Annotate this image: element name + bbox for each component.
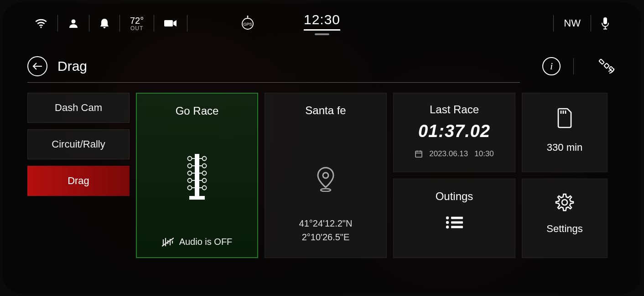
svg-point-18 (188, 164, 192, 168)
audio-off-icon (162, 237, 174, 247)
sidebar-item-circuit[interactable]: Circuit/Rally (27, 129, 130, 159)
svg-point-20 (188, 171, 192, 175)
svg-rect-15 (189, 196, 205, 200)
user-icon[interactable] (58, 13, 89, 33)
svg-rect-7 (603, 17, 607, 24)
calendar-icon (415, 150, 423, 158)
svg-point-57 (562, 200, 567, 205)
page-title: Drag (57, 58, 87, 74)
svg-rect-49 (451, 217, 463, 219)
wifi-icon[interactable] (25, 13, 57, 33)
microphone-icon[interactable] (591, 13, 619, 33)
compass-direction[interactable]: NW (554, 17, 591, 29)
svg-rect-53 (451, 226, 463, 228)
mode-sidebar: Dash Cam Circuit/Rally Drag (27, 93, 130, 258)
storage-value: 330 min (547, 142, 582, 153)
audio-status-label: Audio is OFF (179, 237, 233, 247)
svg-point-21 (203, 171, 207, 175)
last-race-date: 2023.06.13 (429, 149, 468, 159)
svg-point-42 (323, 173, 328, 178)
go-race-card[interactable]: Go Race (136, 93, 258, 258)
svg-point-50 (446, 221, 449, 224)
info-button[interactable]: i (542, 57, 561, 75)
svg-point-0 (40, 26, 42, 28)
svg-point-52 (446, 226, 449, 228)
settings-card[interactable]: Settings (522, 179, 608, 258)
sidebar-item-label: Drag (68, 175, 89, 187)
gear-icon (555, 193, 574, 212)
clock-time: 12:30 (304, 12, 340, 31)
camera-icon[interactable] (154, 13, 187, 33)
storage-card[interactable]: 330 min (522, 93, 608, 172)
svg-point-23 (203, 179, 207, 183)
back-button[interactable] (27, 56, 47, 76)
svg-rect-14 (195, 154, 199, 196)
location-name: Santa fe (305, 104, 346, 117)
last-race-timestamp: 10:30 (474, 149, 494, 159)
svg-point-1 (72, 20, 76, 24)
sidebar-item-label: Dash Cam (55, 102, 102, 114)
gps-icon[interactable]: GPS (240, 16, 255, 31)
last-race-card[interactable]: Last Race 01:37.02 2023.06.13 10:30 (393, 93, 515, 172)
svg-point-48 (446, 217, 449, 219)
temperature-value: 72° (130, 16, 144, 26)
svg-point-25 (203, 186, 207, 190)
outings-title: Outings (436, 190, 473, 203)
page-header: Drag i (3, 52, 641, 80)
bell-icon[interactable] (89, 13, 119, 33)
svg-rect-11 (604, 63, 609, 68)
sidebar-item-label: Circuit/Rally (52, 138, 105, 150)
svg-rect-51 (451, 222, 463, 224)
location-latitude: 41°24'12.2"N (299, 217, 353, 230)
settings-label: Settings (546, 223, 583, 235)
svg-point-6 (247, 16, 249, 17)
last-race-title: Last Race (430, 103, 479, 116)
drag-tree-icon (185, 154, 209, 200)
svg-rect-12 (599, 59, 604, 64)
go-race-title: Go Race (176, 105, 219, 117)
sidebar-item-dashcam[interactable]: Dash Cam (27, 93, 130, 123)
svg-point-43 (321, 189, 331, 191)
svg-point-16 (188, 157, 192, 161)
outings-card[interactable]: Outings (393, 179, 515, 258)
list-icon (446, 216, 463, 229)
temperature-display[interactable]: 72° OUT (120, 13, 154, 33)
svg-point-22 (188, 179, 192, 183)
svg-rect-44 (415, 151, 422, 157)
temperature-unit: OUT (130, 25, 143, 32)
location-card[interactable]: Santa fe 41°24'12.2"N 2°10'26.5"E (265, 93, 387, 258)
clock-display[interactable]: 12:30 (304, 12, 340, 35)
svg-point-17 (203, 157, 207, 161)
location-pin-icon (316, 166, 336, 192)
svg-point-19 (203, 164, 207, 168)
clock-handle (315, 33, 329, 35)
status-bar: 72° OUT GPS 12:30 (3, 3, 641, 44)
svg-text:GPS: GPS (243, 22, 252, 26)
sd-card-icon (556, 107, 574, 129)
location-longitude: 2°10'26.5"E (299, 230, 353, 244)
svg-rect-2 (164, 20, 173, 26)
sidebar-item-drag[interactable]: Drag (27, 166, 130, 196)
satellite-icon[interactable] (597, 58, 617, 75)
last-race-time: 01:37.02 (418, 122, 490, 141)
svg-point-24 (188, 186, 192, 190)
